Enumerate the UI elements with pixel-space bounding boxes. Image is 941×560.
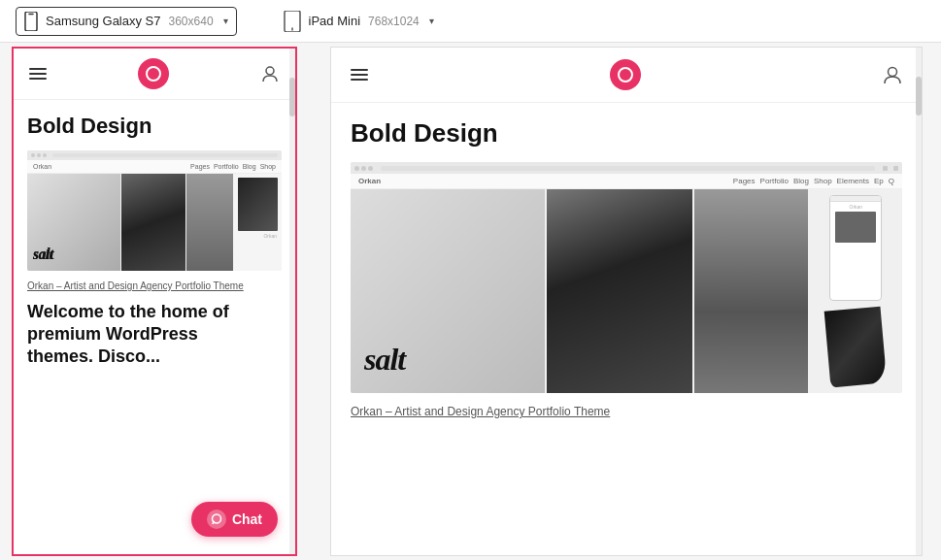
mobile-panel: Bold Design Orkan Pages Portfoli (0, 43, 311, 560)
dot1 (31, 153, 35, 157)
tablet-device-resolution: 768x1024 (368, 15, 420, 28)
black-blob (824, 306, 888, 387)
dot3 (43, 153, 47, 157)
mobile-device-chevron-icon: ▾ (223, 16, 228, 26)
mockup-nav-items: Pages Portfolio Blog Shop (190, 163, 276, 170)
mobile-device-name: Samsung Galaxy S7 (46, 14, 161, 28)
mockup-toolbar-tablet (351, 162, 902, 174)
dot2 (37, 153, 41, 157)
tablet-orkan-label: Orkan (358, 177, 381, 185)
mockup-toolbar-mobile (27, 150, 282, 160)
mockup-nav: Orkan Pages Portfolio Blog Shop (27, 160, 282, 174)
tablet-mockup-link[interactable]: Orkan – Artist and Design Agency Portfol… (351, 405, 902, 418)
dot3-t (368, 166, 373, 171)
chat-button-label: Chat (232, 511, 262, 527)
tablet-device-name: iPad Mini (309, 14, 360, 28)
tablet-scrollbar[interactable] (916, 48, 922, 555)
mobile-device-selector[interactable]: Samsung Galaxy S7 360x640 ▾ (16, 7, 237, 36)
salt-col-salt-text: salt (27, 174, 120, 271)
nav-icon-1 (883, 166, 888, 171)
mobile-welcome-text: Welcome to the home of premium WordPress (27, 301, 282, 346)
tablet-device-selector[interactable]: iPad Mini 768x1024 ▾ (276, 7, 442, 36)
mockup-orkan-label: Orkan (33, 163, 51, 170)
nav-icon-2 (893, 166, 898, 171)
phone-content-area (835, 212, 876, 243)
salt-text: salt (33, 246, 53, 263)
salt-composition-mobile: salt Orkan (27, 174, 282, 271)
mockup-url-bar-tablet (381, 166, 875, 171)
tablet-user-icon[interactable] (883, 65, 902, 84)
mockup-address-bar (52, 153, 278, 157)
mobile-scrollbar-thumb (289, 78, 295, 116)
mobile-device-icon (24, 12, 38, 31)
salt-text-tablet: salt (364, 342, 405, 378)
dot1-t (354, 166, 359, 171)
svg-point-4 (266, 67, 274, 75)
tablet-panel: Bold Design Orkan (311, 43, 941, 560)
device-top (238, 178, 278, 231)
phone-top-bar (830, 196, 881, 202)
salt-col-phone-device: Orkan (234, 174, 282, 271)
mobile-welcome-text-2: themes. Disco... (27, 346, 282, 367)
chat-button[interactable]: Chat (191, 502, 278, 537)
tablet-mockup-nav: Orkan Pages Portfolio Blog Shop Elements… (351, 174, 902, 189)
tablet-website-mockup: Orkan Pages Portfolio Blog Shop Elements… (351, 162, 902, 393)
top-bar: Samsung Galaxy S7 360x640 ▾ iPad Mini 76… (0, 0, 941, 43)
mobile-frame-navbar (14, 49, 295, 100)
tablet-nav-items: Pages Portfolio Blog Shop Elements Ep Q (733, 177, 894, 185)
mobile-frame-content: Bold Design Orkan Pages Portfoli (14, 100, 295, 367)
salt-tab-col-3 (694, 189, 808, 393)
tablet-device-icon (284, 11, 301, 32)
mobile-hamburger-icon[interactable] (29, 68, 47, 80)
dot2-t (361, 166, 366, 171)
salt-tab-col-2 (547, 189, 692, 393)
tablet-bold-design-heading: Bold Design (351, 118, 902, 148)
tablet-scrollbar-thumb (916, 77, 922, 115)
salt-composition-tablet: salt Orkan (351, 189, 902, 393)
mobile-logo (138, 58, 169, 89)
phone-device-mockup: Orkan (829, 195, 882, 301)
salt-tab-col-4: Orkan (810, 189, 902, 393)
mobile-mockup-link[interactable]: Orkan – Artist and Design Agency Portfol… (27, 280, 282, 291)
tablet-frame-navbar (331, 48, 922, 103)
mobile-bold-design-heading: Bold Design (27, 114, 282, 139)
tablet-hamburger-icon[interactable] (351, 69, 368, 81)
tablet-logo (610, 59, 641, 90)
tablet-frame: Bold Design Orkan (330, 47, 923, 556)
mobile-scrollbar[interactable] (289, 49, 295, 554)
salt-tab-col-1: salt (351, 189, 545, 393)
orkan-label-phone: Orkan (850, 204, 863, 210)
mobile-user-icon[interactable] (260, 64, 280, 83)
mockup-nav-icons (883, 166, 898, 171)
salt-col-figure (186, 174, 233, 271)
tablet-frame-content: Bold Design Orkan (331, 103, 922, 418)
mobile-frame: Bold Design Orkan Pages Portfoli (12, 47, 297, 556)
salt-col-face (121, 174, 185, 271)
device-label-small: Orkan (238, 233, 278, 239)
chat-bubble-icon (207, 510, 226, 529)
tablet-device-chevron-icon: ▾ (429, 16, 434, 26)
svg-point-6 (889, 68, 897, 77)
mobile-website-mockup: Orkan Pages Portfolio Blog Shop salt (27, 150, 282, 271)
mobile-device-resolution: 360x640 (169, 15, 214, 28)
